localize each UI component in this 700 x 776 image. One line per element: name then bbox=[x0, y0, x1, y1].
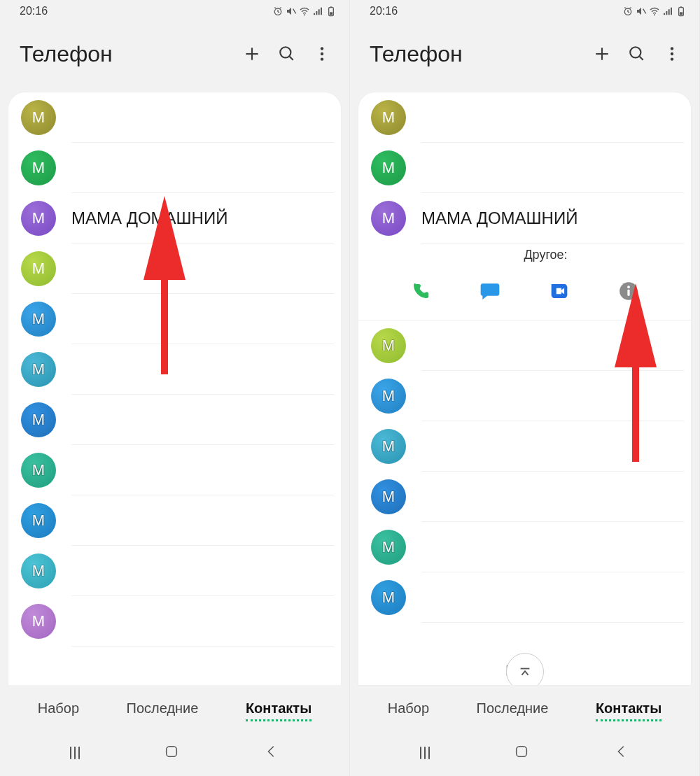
avatar: М bbox=[21, 251, 56, 286]
info-button[interactable] bbox=[612, 275, 645, 307]
svg-point-26 bbox=[671, 52, 673, 55]
contact-row[interactable]: М bbox=[358, 371, 691, 421]
contact-row[interactable]: М bbox=[8, 395, 341, 445]
call-button[interactable] bbox=[405, 275, 437, 307]
svg-rect-13 bbox=[167, 747, 177, 757]
tab-recent[interactable]: Последние bbox=[477, 700, 549, 721]
nav-recents-button[interactable] bbox=[420, 747, 430, 759]
battery-icon bbox=[676, 6, 687, 17]
contact-name: МАМА ДОМАШНИЙ bbox=[421, 209, 578, 228]
contact-row[interactable]: М bbox=[8, 244, 341, 294]
bottom-tabs: Набор Последние Контакты bbox=[0, 685, 349, 731]
avatar: М bbox=[21, 352, 56, 387]
svg-line-16 bbox=[643, 9, 646, 14]
avatar: М bbox=[371, 580, 406, 615]
avatar: М bbox=[21, 402, 56, 437]
contact-row[interactable]: М bbox=[8, 495, 341, 546]
svg-point-23 bbox=[630, 47, 640, 57]
contact-row[interactable]: М bbox=[8, 143, 341, 193]
app-title: Телефон bbox=[20, 41, 234, 67]
wifi-icon bbox=[299, 6, 310, 17]
avatar: М bbox=[371, 479, 406, 514]
svg-point-10 bbox=[321, 47, 323, 50]
avatar: М bbox=[371, 379, 406, 414]
contact-row[interactable]: М bbox=[358, 522, 691, 572]
navigation-bar bbox=[0, 731, 349, 776]
tab-dialer[interactable]: Набор bbox=[388, 700, 429, 721]
status-time: 20:16 bbox=[20, 5, 48, 17]
expanded-contact-panel: Другое: bbox=[358, 244, 691, 320]
contact-row[interactable]: М bbox=[8, 294, 341, 344]
contact-row[interactable]: ММАМА ДОМАШНИЙ bbox=[8, 193, 341, 244]
more-vert-icon bbox=[313, 45, 331, 63]
svg-rect-30 bbox=[627, 290, 629, 296]
svg-line-1 bbox=[293, 9, 296, 14]
avatar: М bbox=[21, 302, 56, 337]
alarm-icon bbox=[272, 6, 284, 17]
contacts-card: ММММАМА ДОМАШНИЙММММММММ bbox=[8, 92, 341, 685]
svg-point-11 bbox=[321, 52, 323, 55]
avatar: М bbox=[21, 453, 56, 488]
nav-recents-button[interactable] bbox=[70, 747, 80, 759]
contacts-list[interactable]: ММММАМА ДОМАШНИЙММММММММ bbox=[8, 92, 341, 685]
search-button[interactable] bbox=[620, 36, 654, 71]
wifi-icon bbox=[649, 6, 660, 17]
tab-recent[interactable]: Последние bbox=[127, 700, 199, 721]
signal-icon bbox=[312, 6, 323, 17]
tab-contacts[interactable]: Контакты bbox=[246, 700, 312, 721]
contact-row[interactable]: М bbox=[8, 546, 341, 596]
avatar: М bbox=[21, 150, 56, 185]
app-header: Телефон bbox=[350, 20, 699, 92]
contact-row[interactable]: М bbox=[8, 92, 341, 143]
contact-row[interactable]: М bbox=[8, 596, 341, 647]
contacts-list[interactable]: ММММАМА ДОМАШНИЙДругое:ММММММ bbox=[358, 92, 691, 685]
svg-point-8 bbox=[280, 47, 290, 57]
contact-row[interactable]: М bbox=[358, 421, 691, 472]
app-title: Телефон bbox=[370, 41, 584, 67]
svg-rect-5 bbox=[330, 12, 332, 15]
message-button[interactable] bbox=[474, 275, 506, 307]
contact-row[interactable]: М bbox=[358, 143, 691, 193]
bottom-tabs: Набор Последние Контакты bbox=[350, 685, 699, 731]
nav-home-button[interactable] bbox=[514, 744, 529, 762]
avatar: М bbox=[371, 530, 406, 565]
phone-screen-left: 20:16 Телефон ММММАМА ДОМАШНИЙММММММММ Н… bbox=[0, 0, 350, 776]
add-button[interactable] bbox=[234, 36, 270, 71]
contact-actions bbox=[372, 275, 677, 307]
phone-type-label: Другое: bbox=[414, 248, 677, 262]
contact-row[interactable]: ММАМА ДОМАШНИЙ bbox=[358, 193, 691, 244]
svg-rect-32 bbox=[517, 747, 527, 757]
mute-icon bbox=[286, 6, 297, 17]
svg-rect-19 bbox=[680, 6, 682, 7]
contact-row[interactable]: М bbox=[358, 472, 691, 522]
contact-row[interactable]: М bbox=[8, 445, 341, 495]
status-icons bbox=[622, 6, 687, 17]
signal-icon bbox=[662, 6, 673, 17]
more-vert-icon bbox=[663, 45, 681, 63]
add-button[interactable] bbox=[584, 36, 620, 71]
search-icon bbox=[628, 45, 646, 63]
scroll-to-top-button[interactable] bbox=[506, 653, 544, 685]
contact-row[interactable]: М bbox=[358, 320, 691, 371]
tab-contacts[interactable]: Контакты bbox=[596, 700, 662, 721]
phone-icon bbox=[410, 281, 431, 302]
avatar: М bbox=[371, 100, 406, 135]
more-button[interactable] bbox=[304, 36, 340, 71]
video-call-button[interactable] bbox=[543, 275, 575, 307]
nav-home-button[interactable] bbox=[164, 744, 179, 762]
mute-icon bbox=[636, 6, 647, 17]
phone-screen-right: 20:16 Телефон ММММАМА ДОМАШНИЙДругое:МММ… bbox=[350, 0, 700, 776]
more-button[interactable] bbox=[654, 36, 690, 71]
search-button[interactable] bbox=[270, 36, 304, 71]
plus-icon bbox=[593, 45, 611, 63]
app-header: Телефон bbox=[0, 20, 349, 92]
contact-row[interactable]: М bbox=[8, 344, 341, 395]
nav-back-button[interactable] bbox=[264, 744, 279, 762]
tab-dialer[interactable]: Набор bbox=[38, 700, 79, 721]
contact-row[interactable]: М bbox=[358, 92, 691, 143]
nav-back-button[interactable] bbox=[614, 744, 629, 762]
message-icon bbox=[479, 280, 501, 302]
avatar: М bbox=[371, 328, 406, 363]
contact-row[interactable]: М bbox=[358, 572, 691, 623]
status-time: 20:16 bbox=[370, 5, 398, 17]
